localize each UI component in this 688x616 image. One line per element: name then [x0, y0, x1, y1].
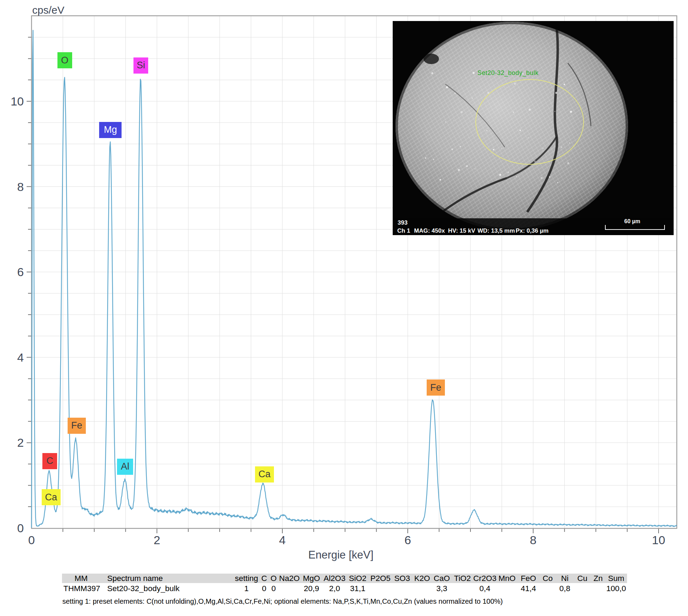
- element-marker-fe-8: Fe: [427, 379, 445, 396]
- table-header-cell: K2O: [412, 574, 432, 583]
- y-tick-label: 2: [3, 437, 24, 449]
- table-header-cell: Ni: [556, 574, 573, 583]
- table-header-cell: SiO2: [346, 574, 369, 583]
- sem-info-0: Ch 1: [397, 227, 410, 234]
- x-axis-title: Energie [keV]: [308, 549, 373, 561]
- table-header-cell: Cu: [573, 574, 591, 583]
- element-marker-ca-7: Ca: [255, 466, 274, 482]
- quantification-table: MMSpectrum namesettingCONa2OMgOAl2O3SiO2…: [62, 574, 627, 594]
- table-cell: 0: [260, 583, 269, 594]
- element-marker-si-6: Si: [133, 57, 148, 74]
- table-header-cell: C: [260, 574, 269, 583]
- table-header-cell: CaO: [432, 574, 452, 583]
- setting-footnote: setting 1: preset elements: C(not unfold…: [62, 597, 503, 605]
- table-header-cell: Na2O: [278, 574, 300, 583]
- y-axis-title: cps/eV: [32, 4, 64, 16]
- table-cell: Set20-32_body_bulk: [100, 583, 233, 594]
- table-header-cell: Sum: [605, 574, 627, 583]
- scale-bar-cap-right: [664, 225, 665, 230]
- scale-bar-cap-left: [605, 225, 606, 230]
- x-tick-label: 2: [143, 534, 171, 546]
- y-tick-label: 10: [3, 95, 24, 107]
- eds-report-page: cps/eV Energie [keV] 02468100246810 CCaO…: [0, 0, 688, 616]
- scale-bar: [605, 229, 665, 230]
- table-header-cell: MnO: [496, 574, 517, 583]
- sem-particle-image: [393, 21, 674, 235]
- table-cell: [573, 583, 591, 594]
- table-cell: 31,1: [346, 583, 369, 594]
- y-tick-label: 0: [3, 522, 24, 534]
- table-cell: 0,4: [473, 583, 496, 594]
- y-tick-label: 8: [3, 181, 24, 193]
- table-header-row: MMSpectrum namesettingCONa2OMgOAl2O3SiO2…: [62, 574, 627, 583]
- table-header-cell: P2O5: [369, 574, 392, 583]
- table-header-cell: Cr2O3: [473, 574, 496, 583]
- table-header-cell: Al2O3: [323, 574, 346, 583]
- y-tick-label: 4: [3, 351, 24, 363]
- table-cell: [539, 583, 556, 594]
- x-tick-label: 8: [519, 534, 547, 546]
- table-cell: 2,0: [323, 583, 346, 594]
- table-header-cell: Co: [539, 574, 556, 583]
- x-tick-label: 6: [394, 534, 422, 546]
- x-tick-label: 0: [18, 534, 46, 546]
- table-cell: 3,3: [432, 583, 452, 594]
- element-marker-o-2: O: [57, 52, 72, 68]
- table-cell: 100,0: [605, 583, 627, 594]
- y-tick-label: 6: [3, 266, 24, 278]
- table-cell: 41,4: [517, 583, 539, 594]
- table-cell: 0: [269, 583, 278, 594]
- sem-sample-label: Set20-32_body_bulk: [477, 69, 538, 77]
- table-header-cell: MM: [62, 574, 100, 583]
- table-header-cell: TiO2: [452, 574, 473, 583]
- sem-metadata: Ch 1MAG: 450xHV: 15 kVWD: 13,5 mmPx: 0,3…: [393, 227, 674, 234]
- table-header-cell: Spectrum name: [100, 574, 233, 583]
- table-cell: [278, 583, 300, 594]
- element-marker-mg-4: Mg: [99, 122, 122, 138]
- sem-info-3: WD: 13,5 mm: [477, 227, 515, 234]
- table-header-cell: O: [269, 574, 278, 583]
- sem-inset-image: Set20-32_body_bulk 393 Ch 1MAG: 450xHV: …: [393, 21, 674, 235]
- sem-image-number: 393: [398, 219, 407, 226]
- sem-info-2: HV: 15 kV: [448, 227, 475, 234]
- table-row: THMM397Set20-32_body_bulk10020,92,031,13…: [62, 583, 627, 594]
- x-tick-label: 4: [268, 534, 296, 546]
- scale-bar-label: 60 µm: [624, 218, 640, 225]
- table-cell: [591, 583, 605, 594]
- sem-info-4: Px: 0,36 µm: [516, 227, 549, 234]
- table-cell: 0,8: [556, 583, 573, 594]
- sem-info-bar: 393 Ch 1MAG: 450xHV: 15 kVWD: 13,5 mmPx:…: [393, 218, 674, 235]
- table-cell: 20,9: [300, 583, 323, 594]
- table-header-cell: SO3: [392, 574, 412, 583]
- table-header-cell: setting: [233, 574, 260, 583]
- sem-info-1: MAG: 450x: [414, 227, 445, 234]
- element-marker-fe-3: Fe: [68, 418, 86, 434]
- element-marker-ca-1: Ca: [42, 489, 61, 505]
- table-cell: [412, 583, 432, 594]
- x-tick-label: 10: [645, 534, 673, 546]
- table-cell: THMM397: [62, 583, 100, 594]
- table-header-cell: Zn: [591, 574, 605, 583]
- table-cell: 1: [233, 583, 260, 594]
- table-header-cell: MgO: [300, 574, 323, 583]
- element-marker-c-0: C: [42, 453, 57, 469]
- table-cell: [392, 583, 412, 594]
- table-header-cell: FeO: [517, 574, 539, 583]
- table-cell: [452, 583, 473, 594]
- table-cell: [369, 583, 392, 594]
- element-marker-al-5: Al: [117, 459, 133, 475]
- table-cell: [496, 583, 517, 594]
